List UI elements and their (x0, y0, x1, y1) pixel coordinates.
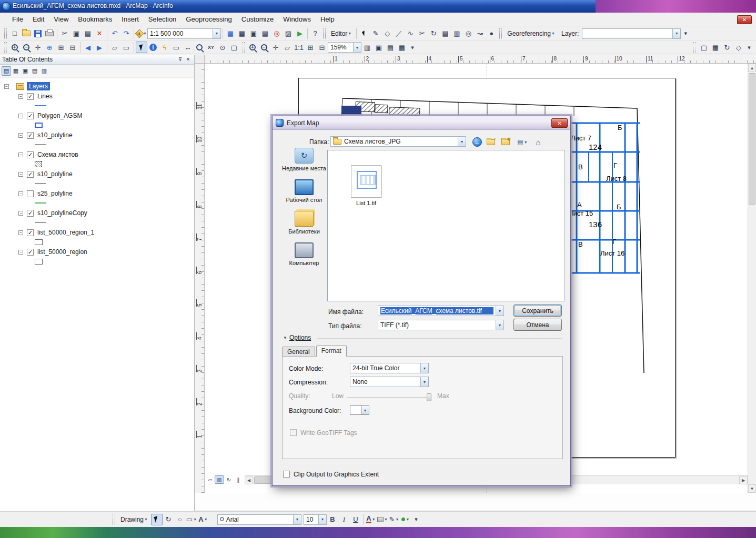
attributes-icon[interactable]: ▤ (439, 28, 451, 39)
marker-color-button[interactable]: ▼ (400, 514, 411, 525)
pin-icon[interactable]: ⊽ (176, 56, 184, 63)
target-icon[interactable]: ◎ (462, 28, 474, 39)
menu-help[interactable]: Help (316, 14, 339, 25)
menu-bookmarks[interactable]: Bookmarks (73, 14, 117, 25)
snapping-icon[interactable]: ▥ (451, 28, 462, 39)
editor-toolbar-icon[interactable]: ▦ (225, 28, 236, 39)
collapse-icon[interactable]: − (4, 84, 9, 89)
toolbar-overflow-icon[interactable]: ▾ (744, 43, 754, 52)
place-item[interactable]: Рабочий стол (280, 179, 328, 204)
title-bar[interactable]: Есильский_АГСМ_схема листов.mxd - ArcMap… (0, 0, 756, 13)
zoom-100-icon[interactable]: 1:1 (293, 42, 305, 53)
select-elements-icon[interactable] (151, 514, 163, 525)
fixed-zoom-in-icon[interactable]: ⊞ (55, 42, 67, 53)
color-mode-combo[interactable]: 24-bit True Color ▼ (350, 363, 429, 373)
menu-selection[interactable]: Selection (144, 14, 181, 25)
toolbar-grip[interactable] (499, 28, 502, 39)
back-button[interactable]: ← (471, 136, 483, 148)
layout-pan-icon[interactable]: ✛ (270, 42, 281, 53)
collapse-icon[interactable]: − (18, 133, 23, 138)
layout-zoom-out-icon[interactable]: − (258, 42, 270, 53)
layer-visibility-checkbox[interactable]: ✓ (27, 249, 34, 256)
new-document-icon[interactable]: □ (9, 28, 21, 39)
toc-layer-Схема листов[interactable]: −✓Схема листов (0, 150, 194, 159)
toc-layer-s10_polyline[interactable]: −✓s10_polyline (0, 169, 194, 179)
layer-symbol[interactable] (0, 257, 194, 266)
paste-icon[interactable]: ▤ (82, 28, 94, 39)
vertical-scrollbar[interactable]: ▲ ▼ (748, 64, 756, 493)
menu-file[interactable]: File (7, 14, 28, 25)
cut-icon[interactable]: ✂ (59, 28, 70, 39)
scroll-right-icon[interactable]: ▶ (739, 476, 748, 484)
rectangle-tool-icon[interactable]: ▭▼ (186, 514, 197, 525)
close-icon[interactable]: ✕ (184, 56, 192, 63)
toolbar-grip[interactable] (113, 514, 115, 525)
window-close-button[interactable]: ✕ (737, 15, 752, 24)
copy-icon[interactable]: ▣ (70, 28, 82, 39)
toc-layer-list_50000_region[interactable]: −✓list_50000_region (0, 247, 194, 257)
zoom-in-icon[interactable]: + (9, 42, 21, 53)
italic-button[interactable]: I (338, 514, 350, 525)
layout-window-icon[interactable]: ▣ (248, 28, 259, 39)
font-family-combo[interactable]: OArial▼ (217, 514, 301, 525)
edit-sketch-icon[interactable]: ✎ (370, 28, 381, 39)
place-item[interactable]: Библиотеки (280, 211, 328, 235)
toolbar-overflow-icon[interactable]: ▾ (681, 29, 690, 38)
menu-geoprocessing[interactable]: Geoprocessing (181, 14, 236, 25)
endpoint-icon[interactable]: ● (486, 28, 497, 39)
undo-icon[interactable]: ↶ (109, 28, 120, 39)
trace-icon[interactable]: ↝ (474, 28, 486, 39)
toggle-draft-mode-icon[interactable]: ▥ (361, 42, 373, 53)
up-one-level-button[interactable]: ↑ (485, 136, 497, 148)
layer-symbol[interactable] (0, 159, 194, 169)
background-color-dropdown[interactable]: ▼ (361, 405, 369, 415)
collapse-icon[interactable]: − (18, 250, 23, 255)
toolbar-grip[interactable] (4, 28, 7, 39)
collapse-icon[interactable]: − (18, 153, 23, 157)
toc-layer-s25_polyline[interactable]: −s25_polyline (0, 189, 194, 198)
folder-combo[interactable]: Схема листов_JPG ▼ (330, 136, 466, 147)
tab-general[interactable]: General (282, 347, 315, 357)
list-by-visibility-icon[interactable]: ▣ (21, 66, 30, 76)
whats-this-icon[interactable]: ? (309, 28, 321, 39)
find-icon[interactable] (194, 42, 205, 53)
rotate-element-icon[interactable]: ↻ (163, 514, 174, 525)
menu-edit[interactable]: Edit (28, 14, 49, 25)
filetype-combo[interactable]: TIFF (*.tif) ▼ (378, 320, 504, 330)
dialog-title-bar[interactable]: Export Map (273, 116, 570, 130)
toolbox-icon[interactable]: ▨ (283, 28, 294, 39)
circle-tool-icon[interactable]: ○ (174, 514, 186, 525)
list-by-source-icon[interactable]: ▦ (11, 66, 21, 76)
layout-fixed-zoom-in-icon[interactable]: ⊞ (305, 42, 316, 53)
compression-combo[interactable]: None ▼ (350, 377, 429, 387)
place-item[interactable]: Компьютер (280, 242, 328, 267)
layout-zoom-in-icon[interactable]: + (247, 42, 258, 53)
toolbar-grip[interactable] (242, 42, 245, 53)
delete-icon[interactable]: ✕ (94, 28, 105, 39)
search-window-icon[interactable]: ◎ (271, 28, 283, 39)
layer-symbol[interactable] (0, 218, 194, 227)
georeferencing-layer-combo[interactable]: ▼ (582, 28, 681, 39)
layer-symbol[interactable] (0, 120, 194, 130)
toc-layer-list_50000_region_1[interactable]: −✓list_50000_region_1 (0, 228, 194, 237)
underline-button[interactable]: U (350, 514, 361, 525)
new-folder-button[interactable]: ✱ (500, 136, 511, 148)
layer-symbol[interactable] (0, 101, 194, 110)
scroll-up-icon[interactable]: ▲ (748, 64, 756, 72)
scroll-left-icon[interactable]: ◀ (245, 476, 253, 484)
file-list[interactable]: List 1.tif (327, 150, 565, 301)
toc-layer-Polygon_AGSM[interactable]: −✓Polygon_AGSM (0, 111, 194, 120)
html-popup-icon[interactable]: ▭ (170, 42, 182, 53)
quality-slider-handle[interactable] (427, 393, 431, 401)
focus-data-frame-icon[interactable]: ▣ (373, 42, 385, 53)
map-scale-combo[interactable]: 1:1 500 000▼ (147, 28, 221, 39)
layer-symbol[interactable] (0, 237, 194, 247)
scrollbar-thumb[interactable] (749, 73, 755, 205)
full-extent-icon[interactable]: ⊕ (44, 42, 55, 53)
background-color-swatch[interactable] (350, 405, 361, 415)
views-menu-button[interactable]: ▤▼ (515, 136, 530, 148)
georef-viewer-icon[interactable]: ▢ (698, 42, 710, 53)
dialog-close-button[interactable]: ✕ (551, 118, 568, 128)
forward-extent-icon[interactable]: ▶ (94, 42, 105, 53)
filename-combo[interactable]: Есильский_АГСМ_схема листов.tif ▼ (378, 306, 504, 316)
